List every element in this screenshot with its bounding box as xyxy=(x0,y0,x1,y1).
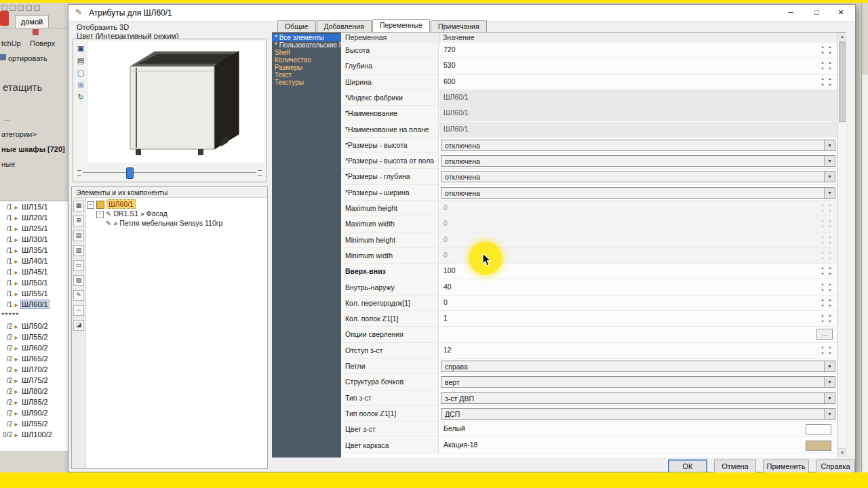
color-swatch[interactable] xyxy=(806,441,831,451)
grid-scrollbar[interactable]: ▲ ▼ xyxy=(837,33,846,458)
scroll-down-icon[interactable]: ▼ xyxy=(838,448,846,458)
value-spinner[interactable]: ▲▼▲▼ xyxy=(819,312,834,325)
attribute-value[interactable]: 0▲▼▲▼ xyxy=(439,296,837,311)
browse-button[interactable]: ... xyxy=(816,329,833,340)
pencil-icon[interactable]: ✎ xyxy=(73,290,84,301)
show-3d-label[interactable]: Отобразить 3D xyxy=(77,23,129,31)
bg-toolbar-icon[interactable] xyxy=(1,5,7,11)
attribute-value[interactable]: справа▼ xyxy=(439,359,837,374)
list-item[interactable]: 0/2▸ШЛ100/2 xyxy=(0,429,68,440)
spinner-arrows-icon[interactable]: ▲▼ xyxy=(827,312,833,325)
slider-thumb[interactable] xyxy=(126,167,134,179)
maximize-button[interactable]: □ xyxy=(805,5,828,20)
tree-item[interactable]: −ШЛ60/1 xyxy=(87,199,266,209)
spinner-arrows-icon[interactable]: ▲▼ xyxy=(827,297,833,310)
spinner-arrows-icon[interactable]: ▲▼ xyxy=(819,297,826,310)
dropdown-arrow-icon[interactable]: ▼ xyxy=(824,361,835,371)
bg-toolbar-icon[interactable] xyxy=(18,5,24,11)
refresh-icon[interactable]: ↻ xyxy=(75,92,86,102)
value-dropdown[interactable]: з-ст ДВП▼ xyxy=(441,392,835,404)
attribute-value[interactable]: 12▲▼▲▼ xyxy=(439,343,837,359)
tab[interactable]: Добавления xyxy=(317,20,372,32)
attribute-value[interactable]: ДСП▼ xyxy=(439,406,837,422)
bg-toolbar-icon[interactable] xyxy=(26,5,32,11)
attribute-value[interactable]: 1▲▼▲▼ xyxy=(439,311,837,327)
value-spinner[interactable]: ▲▼▲▼ xyxy=(819,265,834,278)
attribute-value[interactable]: ШЛ60/1 xyxy=(439,90,837,106)
category-item[interactable]: Размеры xyxy=(272,64,341,71)
ok-button[interactable]: ОК xyxy=(668,460,707,473)
attribute-value[interactable]: Белый xyxy=(439,422,837,437)
collapse-icon[interactable]: − xyxy=(87,201,94,209)
value-spinner[interactable]: ▲▼▲▼ xyxy=(819,344,834,357)
spinner-arrows-icon[interactable]: ▲▼ xyxy=(819,312,826,325)
spinner-arrows-icon[interactable]: ▲▼ xyxy=(819,60,826,73)
tree-item[interactable]: −✎DR1.S1 » Фасад xyxy=(87,209,266,218)
spinner-arrows-icon[interactable]: ▲▼ xyxy=(827,265,833,278)
attribute-value[interactable]: 530▲▼▲▼ xyxy=(439,58,837,74)
dropdown-arrow-icon[interactable]: ▼ xyxy=(824,377,835,387)
sort-icon[interactable] xyxy=(0,54,6,60)
copy-icon[interactable]: ⊞ xyxy=(75,79,86,90)
value-dropdown[interactable]: верт▼ xyxy=(441,376,835,388)
cancel-button[interactable]: Отмена xyxy=(714,460,756,473)
line-icon[interactable]: ─ xyxy=(73,305,84,316)
close-button[interactable]: ✕ xyxy=(829,5,852,20)
attribute-value[interactable]: отключена▼ xyxy=(439,185,837,201)
preview-3d-view[interactable] xyxy=(88,41,264,163)
attribute-value[interactable]: ... xyxy=(439,327,837,342)
spinner-arrows-icon[interactable]: ▲▼ xyxy=(819,76,826,89)
apply-button[interactable]: Применить xyxy=(763,460,809,473)
list-item[interactable]: /1▸ШЛ20/1 xyxy=(0,212,68,223)
list-item[interactable]: /1▸ШЛ60/1 xyxy=(0,299,68,310)
zoom-slider[interactable] xyxy=(77,167,262,179)
attribute-value[interactable]: 600▲▼▲▼ xyxy=(439,75,837,90)
tab[interactable]: Переменные xyxy=(372,19,430,32)
value-dropdown[interactable]: ДСП▼ xyxy=(441,408,835,420)
tab-home[interactable]: домой xyxy=(15,15,49,28)
list-item[interactable]: /2▸ШЛ55/2 xyxy=(0,331,68,342)
help-button[interactable]: Справка xyxy=(816,460,855,473)
list-item[interactable]: /1▸ШЛ30/1 xyxy=(0,234,68,245)
color-swatch[interactable] xyxy=(806,424,831,434)
list-icon[interactable]: ▤ xyxy=(73,230,84,241)
list-item[interactable]: /2▸ШЛ75/2 xyxy=(0,375,68,386)
list-item[interactable]: /2▸ШЛ60/2 xyxy=(0,342,68,353)
collapse-icon[interactable]: − xyxy=(96,211,104,218)
spinner-arrows-icon[interactable]: ▲▼ xyxy=(827,44,833,57)
attribute-value[interactable]: з-ст ДВП▼ xyxy=(439,390,837,406)
bg-toolbar-icon[interactable] xyxy=(34,5,40,11)
category-item[interactable]: Количество xyxy=(272,56,341,64)
camera-icon[interactable]: ▣ xyxy=(75,43,86,54)
spinner-arrows-icon[interactable]: ▲▼ xyxy=(827,60,833,73)
dropdown-arrow-icon[interactable]: ▼ xyxy=(824,393,835,403)
value-dropdown[interactable]: отключена▼ xyxy=(441,155,835,167)
value-spinner[interactable]: ▲▼▲▼ xyxy=(819,60,834,73)
list-item[interactable]: /1▸ШЛ50/1 xyxy=(0,277,68,288)
attribute-value[interactable]: отключена▼ xyxy=(439,153,837,169)
value-spinner[interactable]: ▲▼▲▼ xyxy=(819,44,834,57)
sort-button[interactable]: ортировать xyxy=(8,54,47,62)
texture-icon[interactable]: ▨ xyxy=(73,275,84,286)
dropdown-arrow-icon[interactable]: ▼ xyxy=(824,156,835,166)
value-dropdown[interactable]: отключена▼ xyxy=(441,140,835,151)
value-spinner[interactable]: ▲▼▲▼ xyxy=(819,76,834,89)
monitor-icon[interactable]: ▢ xyxy=(75,67,86,78)
category-item[interactable]: * Пользовательские П xyxy=(272,41,341,49)
list-item[interactable]: /2▸ШЛ85/2 xyxy=(0,396,68,407)
value-spinner[interactable]: ▲▼▲▼ xyxy=(819,297,834,310)
category-other[interactable]: ные xyxy=(1,160,15,168)
bg-toolbar-icon[interactable] xyxy=(9,5,16,11)
value-spinner[interactable]: ▲▼▲▼ xyxy=(819,281,834,294)
attribute-value[interactable]: отключена▼ xyxy=(439,169,837,184)
spinner-arrows-icon[interactable]: ▲▼ xyxy=(819,44,826,57)
insert-row-icon[interactable]: ⊞ xyxy=(73,216,84,226)
dropdown-arrow-icon[interactable]: ▼ xyxy=(824,188,835,198)
list-item[interactable]: /2▸ШЛ90/2 xyxy=(0,407,68,418)
tab[interactable]: Примечания xyxy=(431,20,487,32)
spinner-arrows-icon[interactable]: ▲▼ xyxy=(819,344,826,357)
attribute-value[interactable]: Акация-18 xyxy=(439,438,837,453)
layers-icon[interactable]: ▧ xyxy=(73,245,84,256)
list-item[interactable]: /1▸ШЛ55/1 xyxy=(0,288,68,299)
list-item[interactable]: /1▸ШЛ35/1 xyxy=(0,245,68,256)
